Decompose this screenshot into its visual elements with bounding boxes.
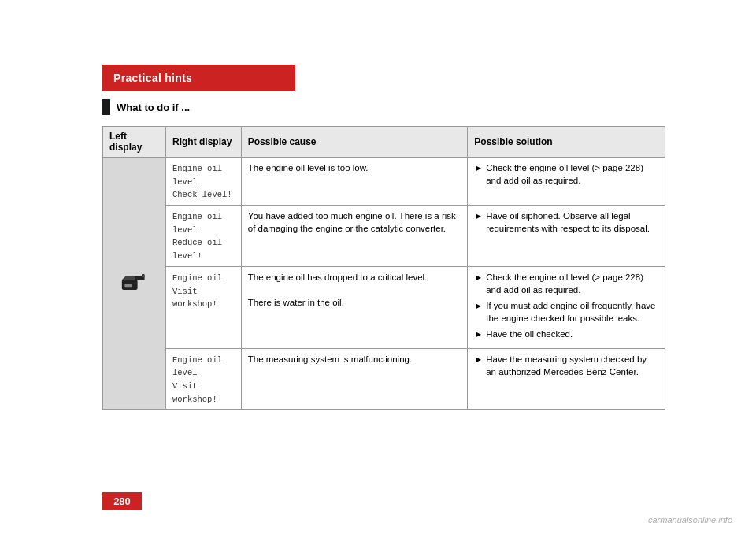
cause-2: You have added too much engine oil. Ther… — [241, 206, 468, 267]
solution-text-3b: If you must add engine oil frequently, h… — [486, 299, 658, 324]
cause-4: The measuring system is malfunctioning. — [241, 348, 468, 410]
right-display-2: Engine oil levelReduce oil level! — [166, 206, 242, 267]
svg-point-5 — [142, 275, 145, 278]
watermark: carmanualsonline.info — [648, 515, 732, 525]
table-container: Left display Right display Possible caus… — [102, 126, 665, 410]
solution-3: ► Check the engine oil level (> page 228… — [468, 266, 665, 348]
col-possible-cause: Possible cause — [241, 127, 468, 158]
solution-bullet-3a: ► Check the engine oil level (> page 228… — [474, 271, 658, 296]
solution-text-3a: Check the engine oil level (> page 228) … — [486, 271, 658, 296]
arrow-icon-4: ► — [474, 354, 483, 365]
svg-rect-4 — [124, 284, 132, 287]
col-left-display: Left display — [103, 127, 166, 158]
solution-text-2: Have oil siphoned. Observe all legal req… — [486, 210, 658, 235]
page-container: Practical hints What to do if ... Left d… — [0, 0, 756, 534]
solution-2: ► Have oil siphoned. Observe all legal r… — [468, 206, 665, 267]
col-right-display: Right display — [166, 127, 242, 158]
diagnostic-table: Left display Right display Possible caus… — [102, 126, 665, 410]
arrow-icon-3c: ► — [474, 328, 483, 340]
table-header-row: Left display Right display Possible caus… — [103, 127, 665, 158]
cause-3: The engine oil has dropped to a critical… — [241, 266, 468, 348]
table-row: Engine oil levelCheck level! The engine … — [103, 158, 665, 206]
right-display-text-3: Engine oilVisit workshop! — [172, 273, 222, 309]
right-display-text-1: Engine oil levelCheck level! — [172, 164, 232, 199]
page-number: 280 — [113, 495, 131, 507]
arrow-icon-3a: ► — [474, 272, 483, 284]
arrow-icon-2: ► — [474, 210, 483, 222]
solution-text-1: Check the engine oil level (> page 228) … — [486, 161, 658, 187]
arrow-icon-1: ► — [474, 162, 483, 174]
solution-bullet-4: ► Have the measuring system checked by a… — [474, 353, 658, 378]
table-row: Engine oil levelReduce oil level! You ha… — [103, 206, 665, 267]
svg-marker-3 — [121, 276, 134, 280]
header-title: Practical hints — [113, 72, 192, 84]
page-number-box: 280 — [102, 492, 142, 510]
left-display-cell — [103, 158, 166, 410]
black-bar-indicator — [102, 99, 110, 115]
solution-bullet-2: ► Have oil siphoned. Observe all legal r… — [474, 210, 658, 235]
solution-bullet-3c: ► Have the oil checked. — [474, 328, 658, 340]
right-display-3: Engine oilVisit workshop! — [166, 266, 242, 348]
cause-1: The engine oil level is too low. — [241, 158, 468, 206]
col-possible-solution: Possible solution — [468, 127, 665, 158]
solution-text-3c: Have the oil checked. — [486, 328, 573, 340]
cause-text-3a: The engine oil has dropped to a critical… — [248, 271, 461, 284]
table-row: Engine oilVisit workshop! The engine oil… — [103, 266, 665, 348]
section-label-container: What to do if ... — [102, 99, 190, 115]
solution-text-4: Have the measuring system checked by an … — [486, 353, 658, 378]
solution-1: ► Check the engine oil level (> page 228… — [468, 158, 665, 206]
header-bar: Practical hints — [102, 65, 295, 91]
solution-bullet-1: ► Check the engine oil level (> page 228… — [474, 161, 658, 187]
cause-text-3b: There is water in the oil. — [248, 296, 461, 309]
solution-4: ► Have the measuring system checked by a… — [468, 348, 665, 410]
right-display-text-4: Engine oil levelVisit workshop! — [172, 355, 222, 404]
solution-bullet-3b: ► If you must add engine oil frequently,… — [474, 299, 658, 324]
table-row: Engine oil levelVisit workshop! The meas… — [103, 348, 665, 410]
oil-can-icon — [120, 271, 149, 293]
section-label: What to do if ... — [117, 102, 190, 113]
right-display-1: Engine oil levelCheck level! — [166, 158, 242, 206]
right-display-4: Engine oil levelVisit workshop! — [166, 348, 242, 410]
right-display-text-2: Engine oil levelReduce oil level! — [172, 212, 222, 261]
arrow-icon-3b: ► — [474, 300, 483, 312]
